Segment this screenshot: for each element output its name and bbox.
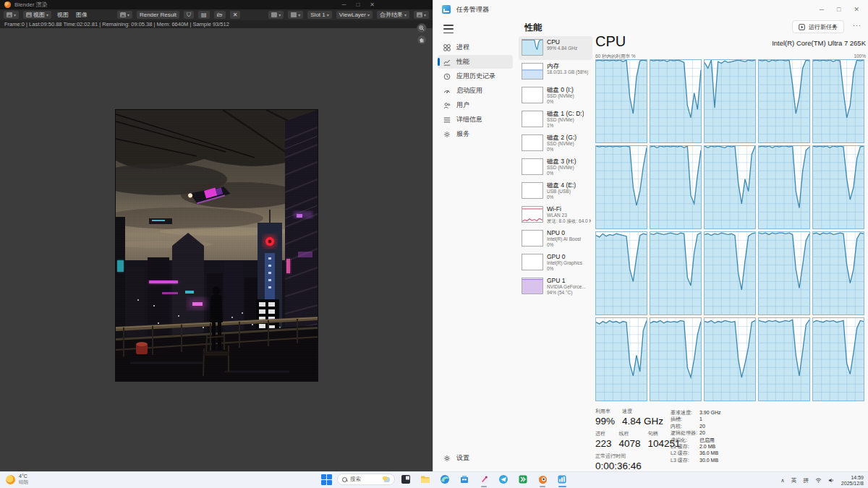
sidebar-item-processes[interactable]: 进程 (438, 40, 513, 54)
unlink-image-button[interactable]: ✕ (230, 11, 241, 19)
scene-icon-dropdown[interactable]: ▾ (288, 11, 303, 19)
render-status-bar: Frame:0 | Last:09:50.88 Time:02:02.81 | … (0, 20, 433, 28)
core-graph-7[interactable] (704, 145, 756, 229)
display-channels-dropdown[interactable]: ▾ (414, 11, 429, 19)
image-menu[interactable]: 图像 (75, 11, 89, 19)
perf-list-item-disk0[interactable]: 磁盘 0 (I:)SSD (NVMe)0% (519, 84, 592, 108)
task-manager-window: 任务管理器 ─ □ ✕ 进程性能应用历史记录启动应用用户详细信息服务 设置 性能… (433, 0, 868, 471)
core-graph-17[interactable] (704, 317, 756, 401)
blender-close-button[interactable]: ✕ (370, 0, 375, 9)
sidebar-item-startup-apps[interactable]: 启动应用 (438, 84, 513, 98)
browse-image-dropdown[interactable]: ▾ (117, 11, 132, 19)
services-icon (443, 131, 451, 138)
cpu-details: 基准速度:3.90 GHz插槽:1内核:20逻辑处理器:20虚拟化:已启用L1 … (671, 409, 779, 463)
sidebar-item-performance[interactable]: 性能 (438, 55, 513, 69)
sidebar-item-services[interactable]: 服务 (438, 127, 513, 141)
render-viewport[interactable] (0, 28, 433, 471)
gear-icon (443, 455, 451, 462)
core-graph-3[interactable] (758, 59, 810, 143)
core-graph-8[interactable] (758, 145, 810, 229)
sidebar-item-details[interactable]: 详细信息 (438, 113, 513, 127)
core-graph-14[interactable] (812, 231, 864, 315)
taskbar-app-design-tool[interactable] (478, 474, 490, 485)
ime-language-indicator[interactable]: 英 (791, 477, 797, 484)
scene-icon (291, 12, 297, 17)
core-graph-15[interactable] (595, 317, 647, 401)
taskbar-app-blender[interactable] (537, 474, 548, 485)
perf-list-item-npu0[interactable]: NPU 0Intel(R) AI Boost0% (519, 227, 592, 251)
perf-list-item-disk4[interactable]: 磁盘 4 (E:)USB (USB)0% (519, 179, 592, 203)
blender-minimize-button[interactable]: ─ (342, 0, 346, 9)
core-graph-4[interactable] (812, 59, 864, 143)
view-menu-dropdown[interactable]: 视图▾ (23, 11, 51, 19)
viewlayer-dropdown[interactable]: ViewLayer▾ (336, 11, 373, 19)
menu-toggle-button[interactable] (443, 25, 454, 33)
taskmgr-window-title: 任务管理器 (456, 5, 814, 14)
new-image-button[interactable]: ▤ (198, 11, 210, 19)
taskbar-app-dark-app[interactable] (400, 474, 412, 485)
core-graph-5[interactable] (595, 145, 647, 229)
render-pass-dropdown[interactable]: 合并结果▾ (377, 11, 409, 19)
core-graph-10[interactable] (595, 231, 647, 315)
search-box[interactable]: 搜索 (337, 474, 395, 485)
taskmgr-close-button[interactable]: ✕ (854, 6, 859, 13)
core-graph-6[interactable] (650, 145, 702, 229)
pan-tool-button[interactable] (417, 35, 427, 45)
taskmgr-titlebar[interactable]: 任务管理器 ─ □ ✕ (433, 0, 868, 19)
taskbar-app-edge[interactable] (439, 474, 451, 485)
perf-list-item-disk1[interactable]: 磁盘 1 (C: D:)SSD (NVMe)1% (519, 108, 592, 132)
ime-mode-indicator[interactable]: 拼 (803, 477, 809, 484)
performance-list: CPU99% 4.84 GHz 内存18.0/31.3 GB (58%) 磁盘 … (519, 36, 592, 470)
open-image-button[interactable]: 🗁 (214, 11, 226, 19)
perf-list-item-gpu1[interactable]: GPU 1NVIDIA GeForce...94% (54 °C) (519, 275, 592, 299)
weather-temp: 4°C (19, 474, 28, 479)
taskbar-app-task-manager[interactable] (556, 474, 568, 485)
zoom-tool-button[interactable] (417, 23, 427, 33)
render-slot-icon-dropdown[interactable]: ▾ (268, 11, 284, 19)
taskbar-app-telegram[interactable] (498, 474, 509, 485)
sidebar-item-users[interactable]: 用户 (438, 98, 513, 112)
cpu-model-name: Intel(R) Core(TM) Ultra 7 265K (772, 39, 866, 47)
wifi-icon[interactable] (815, 477, 822, 484)
slot-dropdown[interactable]: Slot 1▾ (307, 11, 331, 19)
editor-type-dropdown[interactable]: ▾ (4, 11, 19, 19)
core-graph-19[interactable] (812, 317, 864, 401)
image-icon (26, 12, 32, 17)
taskmgr-minimize-button[interactable]: ─ (820, 6, 824, 13)
blender-maximize-button[interactable]: □ (356, 0, 359, 9)
sidebar-item-settings[interactable]: 设置 (438, 451, 513, 465)
weather-widget[interactable]: 4°C 晴朗 (6, 474, 28, 485)
core-graph-1[interactable] (650, 59, 702, 143)
taskmgr-maximize-button[interactable]: □ (837, 6, 841, 13)
page-title: 性能 (524, 22, 542, 34)
view-menu[interactable]: 视图 (56, 11, 70, 19)
taskbar-app-microsoft-store[interactable] (459, 474, 470, 485)
core-graph-11[interactable] (650, 231, 702, 315)
sidebar-item-app-history[interactable]: 应用历史记录 (438, 69, 513, 83)
image-name-field[interactable]: Render Result (137, 11, 179, 19)
tray-chevron-icon[interactable]: ∧ (780, 477, 785, 484)
perf-list-item-disk2[interactable]: 磁盘 2 (G:)SSD (NVMe)0% (519, 132, 592, 155)
clock[interactable]: 14:59 2025/12/8 (841, 475, 864, 487)
fake-user-shield-icon[interactable]: ⛉ (184, 11, 194, 19)
perf-list-item-memory[interactable]: 内存18.0/31.3 GB (58%) (519, 60, 592, 84)
taskbar-app-office-green[interactable] (517, 474, 529, 485)
taskbar-app-file-explorer[interactable] (420, 474, 431, 485)
perf-list-item-cpu[interactable]: CPU99% 4.84 GHz (519, 36, 592, 60)
perf-list-item-disk3[interactable]: 磁盘 3 (H:)SSD (NVMe)0% (519, 155, 592, 179)
detail-row-4: 虚拟化:已启用 (671, 437, 779, 443)
perf-list-item-gpu0[interactable]: GPU 0Intel(R) Graphics0% (519, 251, 592, 275)
core-graph-2[interactable] (704, 59, 756, 143)
core-graph-12[interactable] (704, 231, 756, 315)
perf-list-item-wifi[interactable]: Wi-FiWLAN 23发送: 8.0 接收: 64.0 K (519, 203, 592, 227)
core-graph-9[interactable] (812, 145, 864, 229)
logical-processor-grid[interactable] (595, 59, 864, 401)
core-graph-13[interactable] (758, 231, 810, 315)
task-manager-icon (442, 5, 451, 14)
core-graph-18[interactable] (758, 317, 810, 401)
blender-titlebar[interactable]: Blender 渲染 ─ □ ✕ (0, 0, 433, 9)
speaker-icon[interactable] (828, 477, 835, 484)
core-graph-16[interactable] (650, 317, 702, 401)
core-graph-0[interactable] (595, 59, 647, 143)
start-button[interactable] (320, 474, 332, 485)
